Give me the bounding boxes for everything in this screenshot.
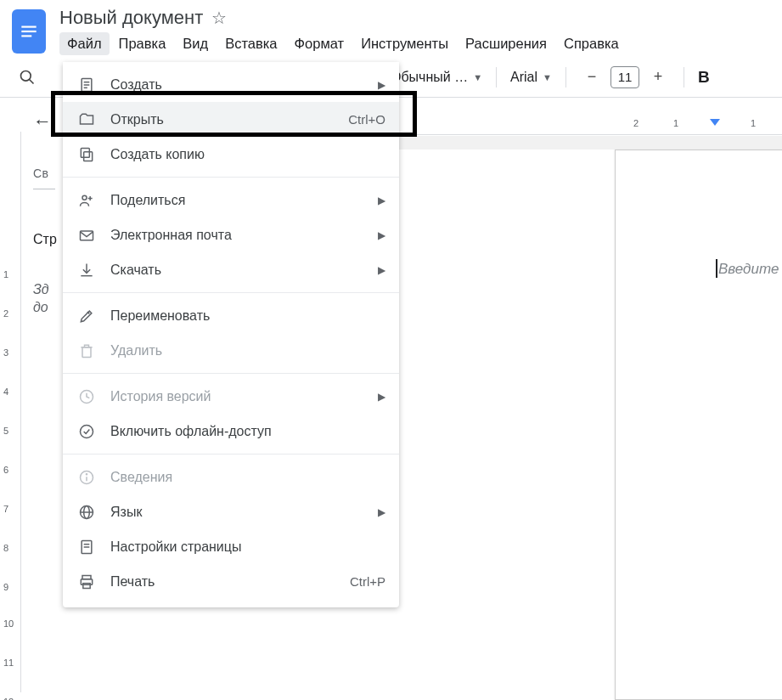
menu-item-label: Переименовать: [110, 308, 385, 324]
print-icon: [76, 572, 97, 592]
bold-button[interactable]: B: [698, 68, 710, 87]
menu-insert[interactable]: Вставка: [217, 32, 284, 55]
page-setup-icon: [76, 537, 97, 557]
menu-item-label: Создать копию: [110, 147, 385, 162]
menu-item-delete: Удалить: [63, 333, 399, 368]
menu-divider: [63, 292, 399, 293]
menu-item-rename[interactable]: Переименовать: [63, 298, 399, 333]
docs-logo-icon: [18, 20, 40, 42]
menu-divider: [63, 177, 399, 178]
folder-icon: [76, 110, 97, 130]
menu-format[interactable]: Формат: [287, 32, 352, 55]
menubar: Файл Правка Вид Вставка Формат Инструмен…: [59, 32, 627, 55]
font-label: Arial: [510, 70, 537, 85]
svg-rect-10: [81, 148, 89, 157]
menu-item-make-copy[interactable]: Создать копию: [63, 137, 399, 172]
menu-divider: [63, 373, 399, 374]
menu-item-label: Печать: [110, 574, 350, 590]
menu-item-label: Поделиться: [110, 193, 385, 208]
toolbar-separator: [565, 67, 566, 88]
menu-item-label: Включить офлайн-доступ: [110, 424, 385, 439]
search-icon[interactable]: [12, 62, 42, 93]
docs-logo[interactable]: [12, 9, 46, 54]
menu-help[interactable]: Справка: [556, 32, 627, 55]
menu-item-print[interactable]: Печать Ctrl+P: [63, 564, 399, 599]
menu-item-label: Скачать: [110, 262, 385, 278]
submenu-arrow-icon: ▶: [378, 391, 385, 403]
toolbar-separator: [496, 67, 497, 88]
menu-divider: [63, 454, 399, 454]
menu-item-label: Настройки страницы: [110, 539, 385, 555]
font-dropdown[interactable]: Arial ▼: [510, 70, 552, 85]
copy-icon: [76, 144, 97, 165]
document-page[interactable]: Введите: [615, 150, 782, 700]
file-menu-dropdown: Создать ▶ Открыть Ctrl+O Создать копию П…: [63, 62, 399, 607]
menu-item-open[interactable]: Открыть Ctrl+O: [63, 102, 399, 137]
menu-item-email[interactable]: Электронная почта ▶: [63, 217, 399, 252]
menu-item-offline[interactable]: Включить офлайн-доступ: [63, 414, 399, 449]
divider: [33, 189, 55, 189]
submenu-arrow-icon: ▶: [378, 506, 385, 518]
fontsize-decrease[interactable]: −: [580, 65, 604, 89]
menu-tools[interactable]: Инструменты: [353, 32, 456, 55]
star-icon[interactable]: ☆: [211, 8, 227, 28]
submenu-arrow-icon: ▶: [378, 229, 385, 241]
chevron-down-icon: ▼: [473, 72, 482, 82]
svg-rect-29: [83, 583, 90, 588]
submenu-arrow-icon: ▶: [378, 195, 385, 206]
menu-shortcut: Ctrl+O: [348, 112, 385, 127]
info-icon: [76, 467, 97, 488]
outline-body-text: до: [33, 300, 48, 314]
svg-point-11: [82, 195, 87, 200]
paragraph-style-label: Обычный …: [391, 70, 468, 85]
menu-view[interactable]: Вид: [175, 32, 216, 55]
menu-edit[interactable]: Правка: [111, 32, 174, 55]
fontsize-increase[interactable]: +: [646, 65, 670, 89]
globe-icon: [76, 502, 97, 522]
svg-rect-2: [21, 35, 31, 37]
menu-item-label: Электронная почта: [110, 228, 385, 243]
svg-point-3: [21, 71, 31, 81]
menu-shortcut: Ctrl+P: [350, 574, 385, 589]
svg-rect-9: [84, 151, 93, 161]
menu-item-history: История версий ▶: [63, 379, 399, 414]
rename-icon: [76, 306, 97, 326]
menu-item-share[interactable]: Поделиться ▶: [63, 183, 399, 217]
document-title[interactable]: Новый документ: [59, 7, 203, 29]
menu-item-label: Сведения: [110, 470, 385, 485]
menu-item-label: Удалить: [110, 343, 385, 358]
menu-item-create[interactable]: Создать ▶: [63, 67, 399, 102]
toolbar-separator: [684, 67, 684, 88]
menu-file[interactable]: Файл: [59, 32, 110, 55]
menu-extensions[interactable]: Расширения: [458, 32, 554, 55]
outline-body-text: Зд: [33, 282, 49, 296]
paragraph-style-dropdown[interactable]: Обычный … ▼: [391, 70, 482, 85]
svg-line-4: [30, 79, 34, 83]
svg-point-20: [86, 473, 87, 474]
menu-item-page-setup[interactable]: Настройки страницы: [63, 529, 399, 564]
menu-item-label: Язык: [110, 505, 385, 520]
history-icon: [76, 387, 97, 407]
submenu-arrow-icon: ▶: [378, 79, 385, 91]
text-cursor: [716, 259, 717, 278]
page-placeholder: Введите: [718, 261, 779, 278]
svg-rect-15: [82, 347, 91, 357]
svg-rect-14: [81, 231, 93, 240]
menu-item-label: Создать: [110, 77, 385, 93]
menu-item-details: Сведения: [63, 460, 399, 494]
email-icon: [76, 225, 97, 246]
menu-item-download[interactable]: Скачать ▶: [63, 252, 399, 287]
svg-point-17: [81, 425, 93, 438]
fontsize-input[interactable]: 11: [610, 66, 639, 88]
offline-icon: [76, 421, 97, 442]
menu-item-label: Открыть: [110, 112, 348, 127]
share-icon: [76, 190, 97, 211]
chevron-down-icon: ▼: [543, 72, 552, 82]
download-icon: [76, 260, 97, 280]
svg-rect-0: [21, 25, 36, 27]
svg-rect-1: [21, 30, 36, 31]
menu-item-language[interactable]: Язык ▶: [63, 494, 399, 529]
document-icon: [76, 75, 97, 95]
trash-icon: [76, 341, 97, 361]
submenu-arrow-icon: ▶: [378, 264, 385, 276]
